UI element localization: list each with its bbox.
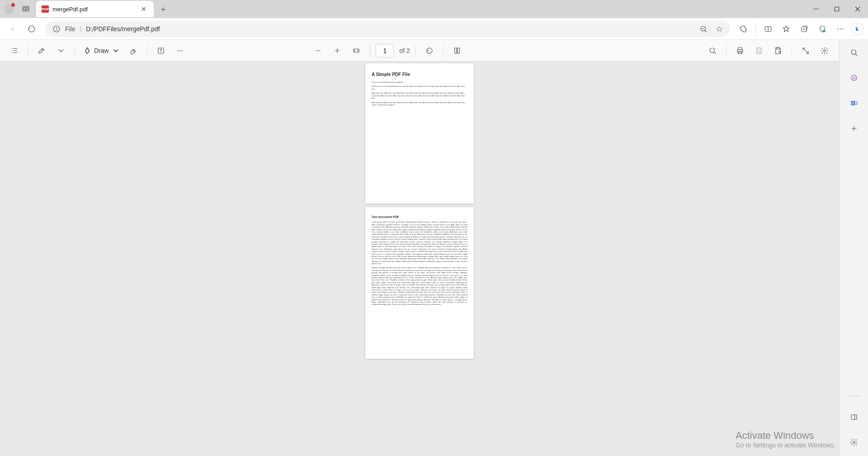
sidebar-settings-button[interactable] [846, 434, 862, 451]
address-path: D:/PDFFiles/mergePdf.pdf [86, 25, 160, 33]
svg-line-11 [705, 30, 707, 32]
svg-rect-62 [851, 415, 857, 420]
find-button[interactable] [704, 43, 721, 59]
info-icon [52, 25, 61, 33]
sidebar-outlook-button[interactable] [846, 95, 862, 111]
edge-sidebar [839, 40, 868, 456]
svg-point-55 [851, 75, 857, 81]
page-total-label: of 2 [399, 47, 410, 54]
svg-point-29 [11, 52, 12, 53]
svg-point-52 [824, 49, 826, 52]
maximize-button[interactable] [826, 0, 847, 18]
profile-button[interactable] [0, 4, 18, 14]
contents-button[interactable] [6, 43, 23, 59]
workspaces-button[interactable] [18, 5, 33, 13]
refresh-button[interactable] [24, 21, 40, 37]
browser-essentials-button[interactable] [815, 21, 830, 37]
pdf-page-2: Text document PDF Lorem ipsum dolor sit … [365, 207, 474, 359]
svg-rect-1 [24, 7, 26, 10]
bing-chat-button[interactable] [851, 23, 863, 35]
page-number-input[interactable] [376, 44, 394, 57]
highlight-button[interactable] [34, 43, 50, 59]
address-bar[interactable]: File | D:/PDFFiles/mergePdf.pdf ☆ [45, 21, 730, 37]
svg-point-22 [840, 28, 841, 29]
svg-point-35 [179, 50, 180, 51]
svg-rect-2 [26, 7, 28, 10]
close-tab-button[interactable]: ✕ [141, 5, 148, 13]
fullscreen-button[interactable] [797, 43, 814, 59]
add-text-button[interactable] [153, 43, 169, 59]
favorite-button[interactable]: ☆ [716, 24, 723, 34]
svg-point-20 [823, 30, 826, 32]
pdf-icon: PDF [42, 5, 49, 13]
new-tab-button[interactable]: ＋ [156, 1, 171, 17]
print-button[interactable] [732, 43, 748, 59]
rotate-button[interactable] [421, 43, 438, 59]
fit-width-button[interactable] [348, 43, 364, 59]
svg-marker-15 [783, 26, 789, 32]
svg-point-34 [177, 50, 178, 51]
pdf-settings-button[interactable] [816, 43, 833, 59]
svg-point-56 [853, 77, 855, 79]
window-title-bar: PDF mergePdf.pdf ✕ ＋ [0, 0, 868, 18]
svg-rect-4 [835, 7, 839, 11]
back-button[interactable] [5, 21, 21, 37]
sidebar-panel-button[interactable] [846, 409, 862, 425]
tab-title: mergePdf.pdf [52, 6, 137, 13]
svg-rect-49 [758, 51, 760, 53]
svg-line-54 [855, 54, 857, 56]
activate-windows-watermark: Activate Windows Go to Settings to activ… [736, 430, 835, 449]
minimize-button[interactable] [806, 0, 826, 18]
svg-point-9 [57, 27, 57, 28]
svg-point-23 [842, 28, 843, 29]
close-window-button[interactable] [847, 0, 868, 18]
draw-button[interactable]: Draw [80, 43, 123, 59]
page1-title: A Simple PDF File [372, 71, 467, 77]
favorites-button[interactable] [778, 21, 794, 37]
highlight-dropdown[interactable] [53, 43, 69, 59]
collections-button[interactable] [797, 21, 812, 37]
sidebar-search-button[interactable] [846, 44, 862, 61]
pen-icon [83, 47, 91, 55]
sidebar-office-button[interactable] [846, 70, 862, 86]
pdf-viewer[interactable]: A Simple PDF File This is a small demons… [0, 62, 839, 456]
zoom-in-button[interactable] [329, 43, 345, 59]
svg-rect-42 [457, 48, 459, 53]
save-as-button[interactable] [770, 43, 786, 59]
page2-title: Text document PDF [372, 215, 467, 219]
browser-tab[interactable]: PDF mergePdf.pdf ✕ [36, 1, 154, 17]
svg-point-36 [181, 50, 182, 51]
svg-rect-41 [454, 48, 457, 53]
svg-rect-50 [777, 48, 779, 49]
page-view-button[interactable] [449, 43, 465, 59]
address-bar-row: File | D:/PDFFiles/mergePdf.pdf ☆ [0, 18, 868, 40]
pdf-page-1: A Simple PDF File This is a small demons… [365, 63, 474, 204]
sidebar-add-button[interactable] [846, 120, 862, 137]
svg-rect-45 [738, 48, 742, 50]
svg-line-44 [714, 52, 716, 54]
zoom-reset-button[interactable] [696, 21, 711, 37]
svg-rect-58 [854, 102, 857, 104]
address-scheme: File [65, 25, 75, 33]
save-button[interactable] [751, 43, 767, 59]
svg-point-21 [838, 28, 839, 29]
extensions-button[interactable] [736, 21, 751, 37]
chevron-down-icon [112, 47, 120, 55]
svg-point-64 [853, 442, 855, 444]
pdf-toolbar: Draw of 2 [0, 40, 839, 62]
erase-button[interactable] [125, 43, 142, 59]
svg-point-27 [11, 48, 12, 49]
svg-line-51 [803, 48, 808, 53]
zoom-out-button[interactable] [310, 43, 326, 59]
svg-rect-48 [758, 48, 760, 49]
draw-label: Draw [94, 47, 109, 54]
svg-point-28 [11, 50, 12, 51]
split-screen-button[interactable] [760, 21, 776, 37]
settings-menu-button[interactable] [833, 21, 848, 37]
more-tools-button[interactable] [172, 43, 188, 59]
